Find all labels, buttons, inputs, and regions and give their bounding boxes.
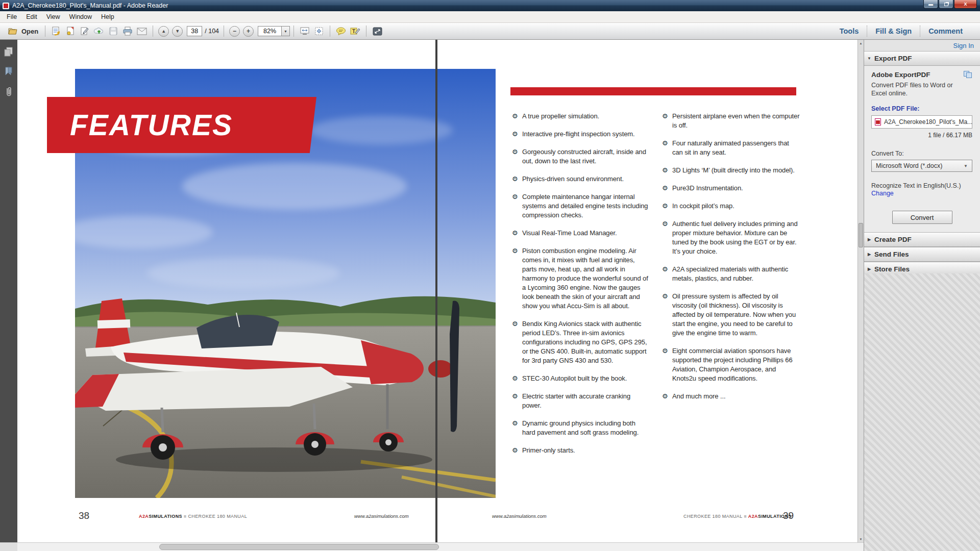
gear-bullet-icon: ⚙ — [662, 265, 672, 283]
scroll-up-arrow[interactable]: ▲ — [858, 40, 864, 46]
gear-bullet-icon: ⚙ — [662, 202, 672, 211]
feature-item: ⚙In cockpit pilot’s map. — [662, 202, 801, 211]
gear-bullet-icon: ⚙ — [662, 292, 672, 338]
feature-text: Oil pressure system is affected by oil v… — [672, 292, 801, 338]
feature-text: Bendix King Avionics stack with authenti… — [522, 319, 649, 365]
create-pdf-section[interactable]: ▶ Create PDF — [864, 232, 980, 247]
feature-text: Electric starter with accurate cranking … — [522, 392, 649, 410]
bookmarks-icon[interactable] — [4, 66, 14, 77]
gear-bullet-icon: ⚙ — [512, 319, 522, 365]
zoom-out-button[interactable]: − — [229, 26, 240, 37]
feature-text: Pure3D Instrumentation. — [672, 184, 801, 193]
gear-bullet-icon: ⚙ — [512, 446, 522, 455]
open-folder-icon — [8, 27, 18, 35]
red-accent-bar — [510, 87, 796, 95]
feature-text: Piston combustion engine modeling. Air c… — [522, 246, 649, 311]
horizontal-scrollbar-thumb[interactable] — [159, 544, 439, 550]
export-app-name: Adobe ExportPDF — [871, 71, 930, 79]
zoom-level-input[interactable]: 82% — [258, 26, 281, 36]
toolbar-divider — [366, 26, 366, 37]
tools-panel: Sign In ▼ Export PDF Adobe ExportPDF Con… — [864, 40, 980, 551]
sign-in-link[interactable]: Sign In — [953, 42, 974, 49]
page-number-input[interactable]: 38 — [187, 26, 202, 36]
menu-window[interactable]: Window — [65, 12, 96, 22]
fill-sign-button[interactable]: Fill & Sign — [867, 25, 920, 37]
fit-width-icon[interactable] — [299, 26, 310, 37]
feature-item: ⚙Piston combustion engine modeling. Air … — [512, 246, 649, 311]
sign-pen-icon[interactable] — [79, 26, 90, 37]
comment-button[interactable]: Comment — [920, 25, 971, 37]
pdf-page-view[interactable]: FEATURES ⚙A true propeller simulation.⚙I… — [17, 40, 857, 542]
send-files-section[interactable]: ▶ Send Files — [864, 247, 980, 262]
horizontal-scrollbar[interactable] — [0, 542, 864, 551]
pdf-file-icon — [875, 118, 881, 126]
menu-view[interactable]: View — [42, 12, 65, 22]
create-pdf-icon[interactable] — [65, 26, 76, 37]
convert-button[interactable]: Convert — [892, 211, 952, 224]
gear-bullet-icon: ⚙ — [512, 374, 522, 383]
gear-bullet-icon: ⚙ — [512, 147, 522, 166]
gear-bullet-icon: ⚙ — [512, 130, 522, 139]
next-page-button[interactable]: ▼ — [172, 26, 183, 37]
features-column-2: ⚙Persistent airplane even when the compu… — [662, 112, 801, 410]
feature-text: Authentic fuel delivery includes priming… — [672, 219, 801, 256]
share-file-icon[interactable] — [51, 26, 62, 37]
feature-item: ⚙STEC-30 Autopilot built by the book. — [512, 374, 649, 383]
page-thumbnails-icon[interactable] — [4, 47, 14, 57]
feature-text: Interactive pre-flight inspection system… — [522, 130, 649, 139]
text-annotation-icon[interactable]: T — [350, 26, 361, 37]
feature-text: Gorgeously constructed aircraft, inside … — [522, 147, 649, 166]
minimize-button[interactable]: ▬ — [923, 0, 938, 9]
menu-help[interactable]: Help — [96, 12, 119, 22]
page-title: FEATURES — [47, 108, 233, 142]
toolbar-divider — [330, 26, 330, 37]
print-icon[interactable] — [122, 26, 133, 37]
navigation-sidebar — [0, 40, 17, 542]
change-link[interactable]: Change — [871, 190, 894, 197]
feature-text: Complete maintenance hangar internal sys… — [522, 192, 649, 220]
export-pdf-header[interactable]: ▼ Export PDF — [864, 51, 980, 66]
restore-icon — [944, 3, 948, 6]
feature-item: ⚙Interactive pre-flight inspection syste… — [512, 130, 649, 139]
selected-file-box[interactable]: A2A_Cherokee180_Pilot's_Ma... — [871, 115, 972, 129]
toolbar: Open ▲ ▼ 38 / 104 − + 82% ▼ — [0, 23, 980, 40]
email-icon[interactable] — [136, 26, 148, 37]
comment-bubble-icon[interactable] — [335, 26, 347, 37]
save-icon[interactable] — [108, 26, 119, 37]
restore-button[interactable] — [939, 0, 953, 9]
title-bar[interactable]: A2A_Cherokee180_Pilot's_Manual.pdf - Ado… — [0, 0, 980, 11]
feature-text: A true propeller simulation. — [522, 112, 649, 121]
feature-text: And much more ... — [672, 392, 801, 401]
feature-text: STEC-30 Autopilot built by the book. — [522, 374, 649, 383]
pdf-app-icon — [3, 3, 9, 9]
tools-button[interactable]: Tools — [831, 25, 867, 37]
features-column-1: ⚙A true propeller simulation.⚙Interactiv… — [512, 112, 649, 464]
convert-to-label: Convert To: — [871, 150, 973, 157]
gear-bullet-icon: ⚙ — [512, 229, 522, 238]
chevron-right-icon: ▶ — [864, 237, 874, 242]
feature-text: Four naturally animated passengers that … — [672, 139, 801, 157]
zoom-in-button[interactable]: + — [243, 26, 254, 37]
export-pages-icon — [964, 71, 973, 79]
previous-page-button[interactable]: ▲ — [158, 26, 169, 37]
open-button[interactable]: Open — [5, 26, 41, 36]
format-dropdown[interactable]: Microsoft Word (*.docx) ▼ — [871, 160, 972, 172]
close-button[interactable]: X — [954, 0, 977, 9]
feature-item: ⚙Eight commercial aviation sponsors have… — [662, 346, 801, 383]
vertical-scrollbar-thumb[interactable] — [859, 223, 863, 247]
vertical-scrollbar[interactable]: ▲ ▼ — [857, 40, 864, 542]
feature-item: ⚙Physics-driven sound environment. — [512, 174, 649, 184]
attachments-icon[interactable] — [4, 87, 14, 97]
chevron-down-icon: ▼ — [864, 56, 874, 61]
page-total-label: / 104 — [205, 28, 219, 35]
scroll-down-arrow[interactable]: ▼ — [858, 536, 864, 542]
fullscreen-icon[interactable] — [372, 26, 383, 37]
send-cloud-icon[interactable] — [93, 26, 105, 37]
zoom-dropdown-button[interactable]: ▼ — [281, 26, 290, 36]
fit-page-icon[interactable] — [313, 26, 325, 37]
menu-file[interactable]: File — [2, 12, 21, 22]
menu-edit[interactable]: Edit — [21, 12, 42, 22]
gear-bullet-icon: ⚙ — [662, 139, 672, 157]
feature-text: A2A specialized materials with authentic… — [672, 265, 801, 283]
feature-text: Visual Real-Time Load Manager. — [522, 229, 649, 238]
